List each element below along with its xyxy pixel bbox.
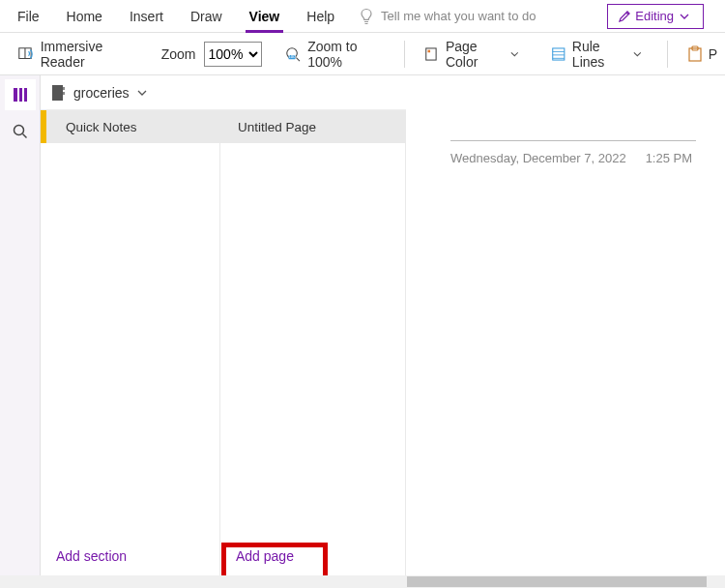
ribbon: Immersive Reader Zoom 100% 100 Zoom to 1… [0,33,725,75]
zoom-100-icon: 100 [285,45,303,63]
add-section-button[interactable]: Add section [41,537,219,575]
tell-me-placeholder: Tell me what you want to do [381,9,536,23]
pages-empty-area [220,143,405,537]
notebook-picker[interactable]: groceries [41,75,406,110]
ribbon-truncated-label: P [709,46,717,62]
section-page-lists: Quick Notes Add section Untitled Page Ad… [41,110,406,575]
navigation-rail [0,75,41,575]
immersive-reader-icon [17,45,35,63]
page-item[interactable]: Untitled Page [220,110,405,143]
svg-rect-7 [14,88,17,102]
sections-empty-area [41,143,219,537]
chevron-down-icon [680,14,689,19]
menu-tab-draw[interactable]: Draw [177,0,236,33]
ribbon-truncated-button[interactable]: P [683,40,721,69]
add-page-button[interactable]: Add page [220,537,405,575]
pencil-icon [618,10,631,23]
chevron-down-icon [510,51,519,57]
zoom-select[interactable]: 100% [204,42,262,67]
svg-point-10 [14,126,23,135]
tell-me-search[interactable]: Tell me what you want to do [360,8,607,25]
page-canvas[interactable]: Wednesday, December 7, 2022 1:25 PM [406,75,725,575]
ribbon-separator [667,41,668,68]
rail-search-button[interactable] [5,116,36,147]
svg-rect-8 [19,88,22,102]
chevron-down-icon [137,90,147,96]
notebook-panels: groceries Quick Notes Add section Untitl… [41,75,406,575]
nav-pane-icon [12,86,29,103]
rule-lines-icon [551,45,566,63]
section-color-tab [41,110,46,143]
zoom-100-label: Zoom to 100% [307,39,385,70]
zoom-to-100-button[interactable]: 100 Zoom to 100% [281,40,390,69]
section-item[interactable]: Quick Notes [41,110,219,143]
content-area: groceries Quick Notes Add section Untitl… [0,75,725,575]
menu-tab-help[interactable]: Help [293,0,348,33]
ribbon-separator [404,41,405,68]
menu-tab-home[interactable]: Home [53,0,116,33]
immersive-reader-button[interactable]: Immersive Reader [14,40,142,69]
editing-mode-button[interactable]: Editing [607,4,704,29]
menu-bar: File Home Insert Draw View Help Tell me … [0,0,725,33]
section-title: Quick Notes [66,120,137,134]
svg-rect-9 [24,88,27,102]
svg-rect-3 [426,47,436,59]
immersive-reader-label: Immersive Reader [41,39,138,70]
zoom-label: Zoom [161,46,196,62]
pages-panel: Untitled Page Add page [220,110,406,575]
search-icon [12,123,29,140]
page-title-input[interactable] [450,114,696,141]
horizontal-scrollbar[interactable] [0,575,725,588]
page-color-icon [424,45,440,63]
editing-label: Editing [635,9,674,23]
chevron-down-icon [633,51,642,57]
page-color-button[interactable]: Page Color [420,40,528,69]
svg-rect-11 [52,85,63,101]
page-meta: Wednesday, December 7, 2022 1:25 PM [450,151,696,165]
rule-lines-label: Rule Lines [572,39,627,70]
page-time: 1:25 PM [646,151,692,165]
page-date: Wednesday, December 7, 2022 [450,151,626,165]
svg-rect-12 [63,87,65,90]
rule-lines-button[interactable]: Rule Lines [547,40,651,69]
notebook-name: groceries [73,85,130,101]
menu-tab-view[interactable]: View [236,0,294,33]
lightbulb-icon [360,8,373,25]
page-color-label: Page Color [446,39,505,70]
menu-tab-file[interactable]: File [4,0,53,33]
notebook-icon [50,84,66,102]
rail-navigation-button[interactable] [5,79,36,110]
svg-rect-13 [63,92,65,95]
page-title: Untitled Page [238,120,316,134]
sections-panel: Quick Notes Add section [41,110,220,575]
svg-text:100: 100 [288,54,296,59]
scrollbar-thumb[interactable] [407,576,707,587]
menu-tab-insert[interactable]: Insert [116,0,177,33]
clipboard-icon [687,45,703,63]
